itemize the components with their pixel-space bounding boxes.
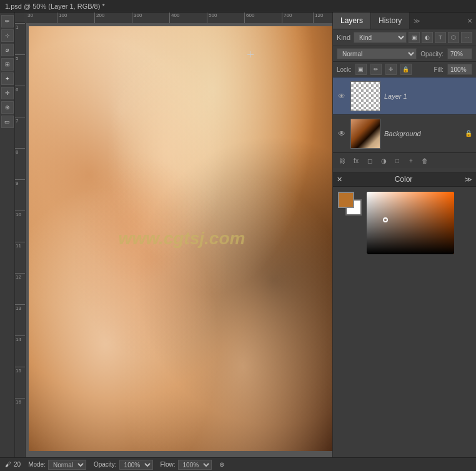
background-thumbnail (350, 119, 380, 149)
blend-mode-dropdown[interactable]: Normal Multiply Screen Overlay (337, 48, 417, 59)
color-swatches (338, 192, 362, 254)
zoom-tool[interactable]: ⊕ (1, 101, 14, 114)
brush-tool-status: 🖌 20 (5, 461, 21, 468)
brush-mode-icon[interactable]: ⊛ (219, 461, 224, 468)
lock-position-btn[interactable]: ✛ (385, 64, 397, 75)
mode-dropdown[interactable]: Normal (48, 460, 86, 470)
ruler-tick: 600 (244, 12, 254, 23)
ruler-tick: 30 (26, 12, 33, 23)
layers-toolbar: Kind Kind ▣ ◐ T ⬡ ⋯ (333, 29, 476, 46)
saturation-brightness-picker[interactable] (367, 192, 454, 254)
ruler-tick-v: 6 (15, 86, 25, 92)
ruler-tick-v: 11 (15, 242, 25, 249)
kind-dropdown[interactable]: Kind (354, 32, 407, 43)
smart-filter-btn[interactable]: ⋯ (461, 32, 472, 43)
ruler-tick-v: 1 (15, 23, 25, 30)
lock-image-btn[interactable]: ✏ (370, 64, 382, 75)
layer-item-layer1[interactable]: 👁 Layer 1 (333, 77, 476, 115)
color-panel: ✕ Color ≫ (333, 172, 476, 471)
background-name: Background (384, 130, 461, 137)
ruler-tick-v: 13 (15, 304, 25, 311)
color-panel-title: Color (395, 175, 413, 184)
blend-mode-row: Normal Multiply Screen Overlay Opacity: (333, 46, 476, 62)
panel-close-btn[interactable]: ✕ (464, 15, 476, 27)
opacity-status-label: Opacity: (94, 461, 117, 468)
group-layers-btn[interactable]: □ (392, 155, 403, 166)
type-filter-btn[interactable]: T (435, 32, 446, 43)
flow-label: Flow: (161, 461, 176, 468)
ruler-corner (15, 12, 26, 23)
flow-dropdown[interactable]: 100% (178, 460, 212, 470)
canvas-crosshair (247, 51, 254, 57)
color-panel-close[interactable]: ✕ (337, 176, 342, 184)
pixel-filter-btn[interactable]: ▣ (409, 32, 420, 43)
ruler-tick-v: 5 (15, 54, 25, 61)
flow-status: Flow: 100% (161, 460, 212, 470)
ruler-tick: 300 (132, 12, 142, 23)
layers-tab[interactable]: Layers (333, 12, 371, 29)
layer1-name: Layer 1 (384, 92, 472, 100)
layer1-thumbnail (350, 81, 380, 111)
link-layers-btn[interactable]: ⛓ (337, 155, 348, 166)
ruler-tick-v: 8 (15, 148, 25, 155)
color-panel-expand[interactable]: ≫ (465, 176, 472, 184)
status-bar: 🖌 20 Mode: Normal Opacity: 100% Flow: 10… (0, 457, 476, 471)
selection-tool[interactable]: ⊹ (1, 29, 14, 42)
title-bar: 1.psd @ 50% (Layer 1, RGB/8) * (0, 0, 476, 12)
airbrush-icon: ⊛ (219, 461, 224, 468)
background-lock-icon: 🔒 (465, 130, 472, 137)
layers-list: 👁 Layer 1 👁 Background 🔒 (333, 77, 476, 152)
canvas-area: 30 100 200 300 400 500 600 700 120 1 5 6… (15, 12, 332, 471)
layer-mask-btn[interactable]: ◻ (364, 155, 375, 166)
eyedropper-tool[interactable]: ✦ (1, 72, 14, 85)
opacity-label: Opacity: (420, 51, 444, 57)
history-tab[interactable]: History (371, 12, 410, 29)
move-tool[interactable]: ✛ (1, 87, 14, 99)
ruler-tick-v: 12 (15, 273, 25, 280)
color-panel-header: ✕ Color ≫ (333, 172, 476, 187)
fg-bg-swatch (338, 192, 362, 216)
color-picker-cursor (383, 217, 388, 222)
watermark: www.cgtsj.com (119, 229, 245, 249)
fill-label: Fill: (434, 66, 444, 73)
layer1-visibility-toggle[interactable]: 👁 (337, 91, 347, 101)
layers-panel: Layers History ≫ ✕ Kind Kind ▣ ◐ T ⬡ ⋯ (333, 12, 476, 168)
ruler-tick-v: 15 (15, 367, 25, 374)
layers-bottom: ⛓ fx ◻ ◑ □ + 🗑 (333, 152, 476, 168)
mode-label: Mode: (28, 461, 46, 468)
lock-label: Lock: (337, 66, 352, 73)
ruler-tick: 500 (207, 12, 217, 23)
lock-all-btn[interactable]: 🔒 (400, 64, 412, 75)
ruler-tick-v: 16 (15, 398, 25, 405)
ruler-tick: 120 (313, 12, 323, 23)
adjustment-filter-btn[interactable]: ◐ (422, 32, 433, 43)
brush-tool[interactable]: ✏ (1, 15, 14, 27)
shape-filter-btn[interactable]: ⬡ (448, 32, 459, 43)
ruler-tick: 100 (57, 12, 67, 23)
fill-input[interactable] (447, 64, 472, 75)
layer-style-btn[interactable]: fx (350, 155, 362, 166)
crop-tool[interactable]: ⊞ (1, 58, 14, 71)
layer-item-background[interactable]: 👁 Background 🔒 (333, 115, 476, 152)
panel-expand-btn[interactable]: ≫ (410, 15, 424, 27)
canvas-viewport[interactable]: www.cgtsj.com (26, 23, 332, 471)
background-visibility-toggle[interactable]: 👁 (337, 129, 347, 139)
ruler-tick: 200 (94, 12, 104, 23)
adjustment-layer-btn[interactable]: ◑ (378, 155, 389, 166)
canvas-with-ruler: 1 5 6 7 8 9 10 11 12 13 14 15 16 (15, 23, 332, 471)
foreground-color-swatch[interactable] (338, 192, 354, 208)
eraser-tool[interactable]: ▭ (1, 116, 14, 128)
ruler-tick-v: 14 (15, 335, 25, 342)
canvas-image: www.cgtsj.com (29, 26, 332, 451)
ruler-tick-v: 7 (15, 117, 25, 124)
ruler-tick: 400 (169, 12, 179, 23)
opacity-input[interactable] (447, 48, 472, 59)
lock-transparent-btn[interactable]: ▣ (355, 64, 367, 75)
brush-size: 20 (14, 461, 21, 468)
delete-layer-btn[interactable]: 🗑 (419, 155, 430, 166)
opacity-dropdown[interactable]: 100% (119, 460, 153, 470)
color-picker-area[interactable] (367, 192, 471, 254)
brush-icon: 🖌 (5, 461, 11, 468)
new-layer-btn[interactable]: + (405, 155, 417, 166)
lasso-tool[interactable]: ⌀ (1, 44, 14, 56)
